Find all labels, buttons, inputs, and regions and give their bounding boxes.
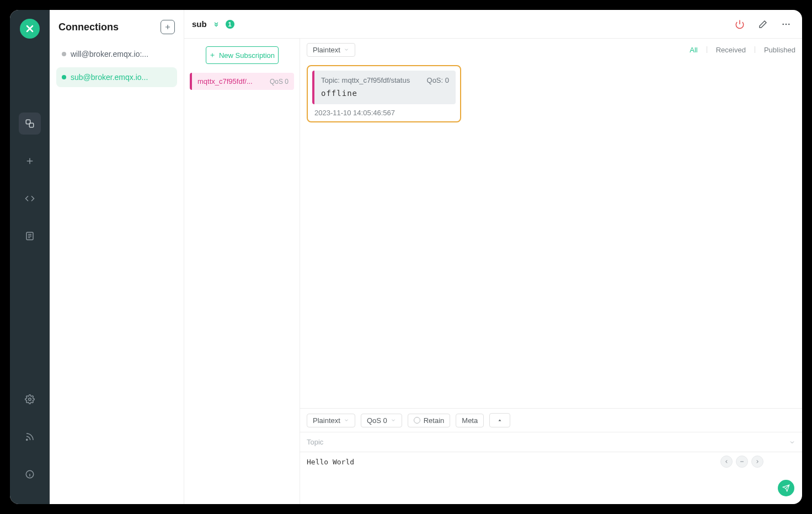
filter-all[interactable]: All [690,46,697,54]
add-connection-button[interactable] [161,20,175,34]
connections-title: Connections [58,22,119,33]
meta-button[interactable]: Meta [456,414,484,427]
new-subscription-button[interactable]: New Subscription [206,46,279,64]
nav-feed[interactable] [19,426,41,448]
filter-received[interactable]: Received [716,46,746,54]
nav-new[interactable] [19,150,41,172]
history-prev-button[interactable] [720,456,733,468]
topic-input[interactable] [307,436,789,448]
message-highlight: Topic: mqttx_c7f95fdf/status QoS: 0 offl… [307,65,461,122]
messages-column: Plaintext All Received Published [300,39,802,504]
connection-label: sub@broker.emqx.io... [71,73,148,82]
connection-label: will@broker.emqx.io:... [71,50,148,58]
compose-format-select[interactable]: Plaintext [307,414,355,427]
compose-options: Plaintext QoS 0 Retain Meta [300,409,802,432]
subscription-topic: mqttx_c7f95fdf/... [197,77,265,85]
subscriptions-column: New Subscription mqttx_c7f95fdf/... QoS … [184,39,300,504]
filter-published[interactable]: Published [764,46,795,54]
svg-point-6 [782,23,784,25]
svg-point-7 [786,23,787,25]
more-button[interactable] [780,18,792,30]
payload-input[interactable] [307,456,746,494]
message-bubble[interactable]: Topic: mqttx_c7f95fdf/status QoS: 0 offl… [312,71,456,104]
message-list: Topic: mqttx_c7f95fdf/status QoS: 0 offl… [300,61,802,408]
payload-row [300,452,802,504]
subscription-chip[interactable]: mqttx_c7f95fdf/... QoS 0 [190,73,294,90]
collapse-icon[interactable] [212,20,220,28]
send-button[interactable] [778,480,794,496]
message-filter: All Received Published [690,46,795,54]
connection-item[interactable]: sub@broker.emqx.io... [56,67,177,87]
retain-toggle[interactable]: Retain [408,414,451,427]
compose-qos-select[interactable]: QoS 0 [361,414,402,427]
meta-label: Meta [462,416,478,425]
status-dot-icon [62,52,66,56]
svg-point-8 [788,23,790,25]
work-area: sub 1 New Subscription [184,10,802,504]
subscription-qos: QoS 0 [270,78,289,85]
nav-settings[interactable] [19,388,41,410]
message-timestamp: 2023-11-10 14:05:46:567 [312,109,456,117]
message-payload: offline [321,89,449,98]
connections-panel: Connections will@broker.emqx.io:... sub@… [50,10,184,504]
connections-list: will@broker.emqx.io:... sub@broker.emqx.… [50,41,184,94]
compose-format-label: Plaintext [313,416,340,425]
message-count-badge: 1 [226,20,234,29]
messages-toolbar: Plaintext All Received Published [300,39,802,61]
message-qos: QoS: 0 [427,76,449,84]
content-row: New Subscription mqttx_c7f95fdf/... QoS … [184,39,802,504]
history-next-button[interactable] [751,456,763,468]
retain-label: Retain [424,416,445,425]
message-meta: Topic: mqttx_c7f95fdf/status QoS: 0 [321,76,449,84]
compose-qos-label: QoS 0 [367,416,387,425]
status-dot-icon [62,75,66,79]
app-logo [20,19,40,39]
nav-rail [10,10,50,504]
connection-topbar: sub 1 [184,10,802,39]
new-subscription-label: New Subscription [219,51,275,60]
app-window: Connections will@broker.emqx.io:... sub@… [10,10,802,504]
connection-name: sub [192,19,207,29]
connections-header: Connections [50,10,184,41]
expand-compose-button[interactable] [489,413,510,427]
nav-connections[interactable] [19,113,41,135]
compose-panel: Plaintext QoS 0 Retain Meta [300,408,802,504]
svg-point-3 [29,398,31,401]
connection-item[interactable]: will@broker.emqx.io:... [56,44,177,64]
message-topic: Topic: mqttx_c7f95fdf/status [321,76,410,84]
edit-button[interactable] [757,18,769,30]
history-mid-button[interactable] [736,456,748,468]
nav-log[interactable] [19,225,41,247]
format-select[interactable]: Plaintext [307,43,355,57]
nav-info[interactable] [19,463,41,485]
history-nav [720,456,763,468]
disconnect-button[interactable] [734,18,746,30]
topic-dropdown-icon[interactable] [789,439,795,446]
nav-script[interactable] [19,188,41,210]
svg-point-4 [26,439,28,440]
radio-icon [414,417,420,424]
format-select-label: Plaintext [313,46,340,54]
topic-row [300,432,802,452]
